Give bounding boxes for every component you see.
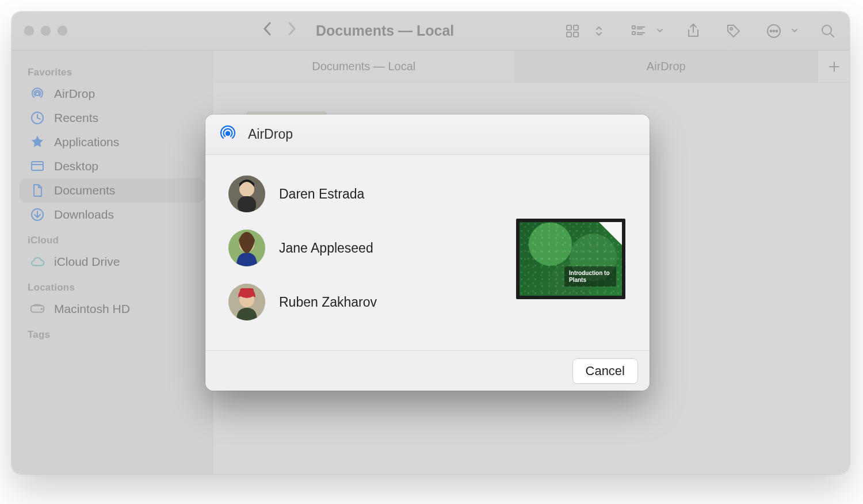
- airdrop-icon: [218, 124, 238, 146]
- airdrop-recipient[interactable]: Ruben Zakharov: [228, 284, 499, 320]
- finder-window: Documents — Local: [12, 12, 850, 474]
- recipient-name: Jane Appleseed: [279, 240, 373, 256]
- share-preview: Introduction to Plants: [505, 167, 637, 350]
- airdrop-dialog: AirDrop Daren Estrada Jane Applesee: [205, 114, 650, 391]
- avatar: [228, 175, 265, 212]
- svg-rect-36: [240, 288, 254, 293]
- recipient-name: Daren Estrada: [279, 186, 364, 202]
- avatar: [228, 230, 265, 266]
- avatar: [228, 284, 265, 320]
- recipient-name: Ruben Zakharov: [279, 295, 377, 310]
- dialog-footer: Cancel: [205, 350, 650, 391]
- file-thumbnail: Introduction to Plants: [516, 219, 625, 299]
- airdrop-recipient[interactable]: Daren Estrada: [228, 175, 499, 212]
- dialog-body: Daren Estrada Jane Appleseed Ruben Zakha…: [205, 155, 650, 350]
- dialog-title: AirDrop: [248, 127, 293, 142]
- dialog-header: AirDrop: [205, 114, 650, 155]
- svg-point-28: [226, 131, 230, 135]
- svg-rect-31: [238, 196, 256, 212]
- cancel-button[interactable]: Cancel: [572, 358, 638, 384]
- file-thumbnail-label: Introduction to Plants: [564, 266, 616, 287]
- recipient-list: Daren Estrada Jane Appleseed Ruben Zakha…: [228, 167, 499, 350]
- airdrop-recipient[interactable]: Jane Appleseed: [228, 230, 499, 266]
